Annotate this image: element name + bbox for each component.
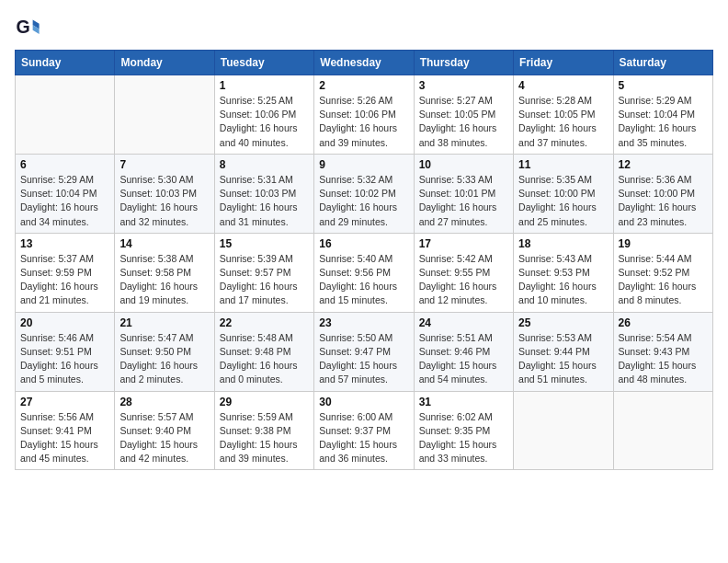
weekday-header-wednesday: Wednesday bbox=[314, 51, 414, 75]
calendar-cell: 15Sunrise: 5:39 AM Sunset: 9:57 PM Dayli… bbox=[214, 233, 313, 312]
calendar-cell: 3Sunrise: 5:27 AM Sunset: 10:05 PM Dayli… bbox=[414, 75, 513, 155]
day-number: 25 bbox=[518, 316, 608, 329]
calendar-cell bbox=[16, 75, 115, 155]
calendar-week-4: 20Sunrise: 5:46 AM Sunset: 9:51 PM Dayli… bbox=[16, 312, 713, 391]
day-number: 1 bbox=[220, 79, 309, 92]
calendar-cell: 27Sunrise: 5:56 AM Sunset: 9:41 PM Dayli… bbox=[16, 391, 115, 470]
calendar-cell: 17Sunrise: 5:42 AM Sunset: 9:55 PM Dayli… bbox=[414, 233, 513, 312]
day-info: Sunrise: 5:29 AM Sunset: 10:04 PM Daylig… bbox=[619, 94, 708, 150]
day-info: Sunrise: 5:37 AM Sunset: 9:59 PM Dayligh… bbox=[20, 252, 109, 308]
logo-icon: G bbox=[15, 15, 40, 40]
day-number: 14 bbox=[119, 237, 209, 250]
day-info: Sunrise: 5:33 AM Sunset: 10:01 PM Daylig… bbox=[419, 173, 508, 229]
day-info: Sunrise: 5:56 AM Sunset: 9:41 PM Dayligh… bbox=[20, 410, 109, 466]
day-info: Sunrise: 5:57 AM Sunset: 9:40 PM Dayligh… bbox=[119, 410, 209, 466]
calendar-cell: 5Sunrise: 5:29 AM Sunset: 10:04 PM Dayli… bbox=[613, 75, 712, 155]
calendar-cell: 10Sunrise: 5:33 AM Sunset: 10:01 PM Dayl… bbox=[414, 154, 513, 233]
day-number: 30 bbox=[319, 396, 408, 408]
day-number: 6 bbox=[20, 158, 109, 171]
calendar-cell: 31Sunrise: 6:02 AM Sunset: 9:35 PM Dayli… bbox=[414, 391, 513, 470]
calendar-cell: 1Sunrise: 5:25 AM Sunset: 10:06 PM Dayli… bbox=[214, 75, 313, 155]
calendar-cell: 14Sunrise: 5:38 AM Sunset: 9:58 PM Dayli… bbox=[115, 233, 214, 312]
calendar-cell: 4Sunrise: 5:28 AM Sunset: 10:05 PM Dayli… bbox=[514, 75, 613, 155]
day-number: 27 bbox=[20, 396, 109, 408]
day-info: Sunrise: 5:26 AM Sunset: 10:06 PM Daylig… bbox=[319, 94, 408, 150]
day-info: Sunrise: 5:50 AM Sunset: 9:47 PM Dayligh… bbox=[319, 331, 408, 387]
day-info: Sunrise: 5:44 AM Sunset: 9:52 PM Dayligh… bbox=[619, 252, 708, 308]
day-number: 8 bbox=[220, 158, 309, 171]
calendar-cell: 28Sunrise: 5:57 AM Sunset: 9:40 PM Dayli… bbox=[115, 391, 214, 470]
day-info: Sunrise: 5:48 AM Sunset: 9:48 PM Dayligh… bbox=[220, 331, 309, 387]
day-number: 5 bbox=[619, 79, 708, 92]
weekday-header-row: SundayMondayTuesdayWednesdayThursdayFrid… bbox=[16, 51, 713, 75]
day-info: Sunrise: 6:02 AM Sunset: 9:35 PM Dayligh… bbox=[419, 410, 508, 466]
calendar-cell: 8Sunrise: 5:31 AM Sunset: 10:03 PM Dayli… bbox=[214, 154, 313, 233]
day-number: 12 bbox=[619, 158, 708, 171]
calendar-header: SundayMondayTuesdayWednesdayThursdayFrid… bbox=[16, 51, 713, 75]
day-number: 21 bbox=[119, 316, 209, 329]
calendar-cell: 29Sunrise: 5:59 AM Sunset: 9:38 PM Dayli… bbox=[214, 391, 313, 470]
calendar-table: SundayMondayTuesdayWednesdayThursdayFrid… bbox=[15, 50, 713, 470]
logo: G bbox=[15, 15, 44, 40]
day-number: 16 bbox=[319, 237, 408, 250]
weekday-header-saturday: Saturday bbox=[613, 51, 712, 75]
calendar-cell bbox=[514, 391, 613, 470]
calendar-cell: 25Sunrise: 5:53 AM Sunset: 9:44 PM Dayli… bbox=[514, 312, 613, 391]
day-info: Sunrise: 5:54 AM Sunset: 9:43 PM Dayligh… bbox=[619, 331, 708, 387]
day-info: Sunrise: 5:43 AM Sunset: 9:53 PM Dayligh… bbox=[518, 252, 608, 308]
calendar-body: 1Sunrise: 5:25 AM Sunset: 10:06 PM Dayli… bbox=[16, 75, 713, 470]
calendar-week-1: 1Sunrise: 5:25 AM Sunset: 10:06 PM Dayli… bbox=[16, 75, 713, 155]
day-info: Sunrise: 5:47 AM Sunset: 9:50 PM Dayligh… bbox=[119, 331, 209, 387]
day-info: Sunrise: 5:35 AM Sunset: 10:00 PM Daylig… bbox=[518, 173, 608, 229]
calendar-cell: 19Sunrise: 5:44 AM Sunset: 9:52 PM Dayli… bbox=[613, 233, 712, 312]
day-info: Sunrise: 5:30 AM Sunset: 10:03 PM Daylig… bbox=[119, 173, 209, 229]
day-number: 20 bbox=[20, 316, 109, 329]
day-number: 4 bbox=[518, 79, 608, 92]
calendar-cell: 24Sunrise: 5:51 AM Sunset: 9:46 PM Dayli… bbox=[414, 312, 513, 391]
calendar-week-2: 6Sunrise: 5:29 AM Sunset: 10:04 PM Dayli… bbox=[16, 154, 713, 233]
calendar-cell: 20Sunrise: 5:46 AM Sunset: 9:51 PM Dayli… bbox=[16, 312, 115, 391]
weekday-header-tuesday: Tuesday bbox=[214, 51, 313, 75]
day-number: 3 bbox=[419, 79, 508, 92]
weekday-header-sunday: Sunday bbox=[16, 51, 115, 75]
day-info: Sunrise: 5:25 AM Sunset: 10:06 PM Daylig… bbox=[220, 94, 309, 150]
calendar-cell: 23Sunrise: 5:50 AM Sunset: 9:47 PM Dayli… bbox=[314, 312, 414, 391]
calendar-cell: 18Sunrise: 5:43 AM Sunset: 9:53 PM Dayli… bbox=[514, 233, 613, 312]
day-number: 23 bbox=[319, 316, 408, 329]
weekday-header-monday: Monday bbox=[115, 51, 214, 75]
day-info: Sunrise: 5:36 AM Sunset: 10:00 PM Daylig… bbox=[619, 173, 708, 229]
day-number: 29 bbox=[220, 396, 309, 408]
day-info: Sunrise: 5:31 AM Sunset: 10:03 PM Daylig… bbox=[220, 173, 309, 229]
calendar-cell: 11Sunrise: 5:35 AM Sunset: 10:00 PM Dayl… bbox=[514, 154, 613, 233]
day-info: Sunrise: 5:28 AM Sunset: 10:05 PM Daylig… bbox=[518, 94, 608, 150]
weekday-header-friday: Friday bbox=[514, 51, 613, 75]
day-info: Sunrise: 5:39 AM Sunset: 9:57 PM Dayligh… bbox=[220, 252, 309, 308]
calendar-cell bbox=[115, 75, 214, 155]
calendar-cell: 2Sunrise: 5:26 AM Sunset: 10:06 PM Dayli… bbox=[314, 75, 414, 155]
calendar-cell: 7Sunrise: 5:30 AM Sunset: 10:03 PM Dayli… bbox=[115, 154, 214, 233]
calendar-cell: 16Sunrise: 5:40 AM Sunset: 9:56 PM Dayli… bbox=[314, 233, 414, 312]
day-number: 18 bbox=[518, 237, 608, 250]
day-number: 13 bbox=[20, 237, 109, 250]
page-header: G bbox=[15, 15, 713, 40]
weekday-header-thursday: Thursday bbox=[414, 51, 513, 75]
day-number: 7 bbox=[119, 158, 209, 171]
day-number: 19 bbox=[619, 237, 708, 250]
day-info: Sunrise: 6:00 AM Sunset: 9:37 PM Dayligh… bbox=[319, 410, 408, 466]
day-info: Sunrise: 5:27 AM Sunset: 10:05 PM Daylig… bbox=[419, 94, 508, 150]
day-number: 15 bbox=[220, 237, 309, 250]
day-number: 9 bbox=[319, 158, 408, 171]
day-info: Sunrise: 5:53 AM Sunset: 9:44 PM Dayligh… bbox=[518, 331, 608, 387]
calendar-cell: 21Sunrise: 5:47 AM Sunset: 9:50 PM Dayli… bbox=[115, 312, 214, 391]
day-info: Sunrise: 5:32 AM Sunset: 10:02 PM Daylig… bbox=[319, 173, 408, 229]
calendar-cell: 26Sunrise: 5:54 AM Sunset: 9:43 PM Dayli… bbox=[613, 312, 712, 391]
day-info: Sunrise: 5:59 AM Sunset: 9:38 PM Dayligh… bbox=[220, 410, 309, 466]
calendar-cell: 30Sunrise: 6:00 AM Sunset: 9:37 PM Dayli… bbox=[314, 391, 414, 470]
day-number: 26 bbox=[619, 316, 708, 329]
day-info: Sunrise: 5:42 AM Sunset: 9:55 PM Dayligh… bbox=[419, 252, 508, 308]
calendar-week-3: 13Sunrise: 5:37 AM Sunset: 9:59 PM Dayli… bbox=[16, 233, 713, 312]
day-number: 24 bbox=[419, 316, 508, 329]
svg-text:G: G bbox=[16, 17, 29, 37]
day-info: Sunrise: 5:40 AM Sunset: 9:56 PM Dayligh… bbox=[319, 252, 408, 308]
calendar-cell bbox=[613, 391, 712, 470]
